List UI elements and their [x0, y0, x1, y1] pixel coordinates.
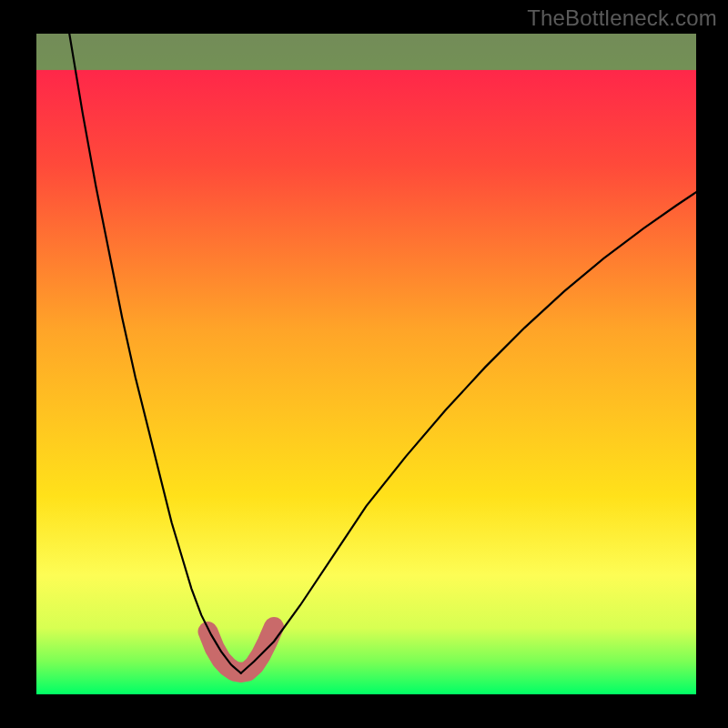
green-optimal-band: [36, 34, 696, 70]
bottleneck-chart: [0, 0, 728, 728]
chart-container: TheBottleneck.com: [0, 0, 728, 728]
plot-gradient-background: [36, 34, 696, 694]
watermark-text: TheBottleneck.com: [527, 5, 717, 31]
